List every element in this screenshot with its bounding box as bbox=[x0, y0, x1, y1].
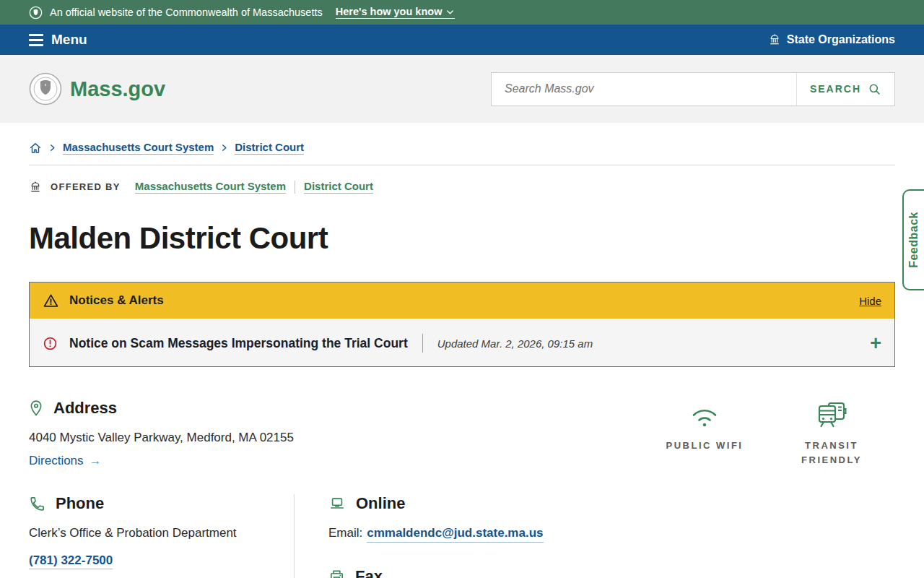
phone-section: Phone Clerk’s Office & Probation Departm… bbox=[29, 494, 295, 578]
location-pin-icon bbox=[29, 400, 43, 417]
search-icon bbox=[868, 82, 881, 96]
notice-separator bbox=[422, 334, 423, 353]
fax-heading: Fax bbox=[355, 567, 383, 578]
state-seal-icon bbox=[29, 6, 43, 20]
alerts-title: Notices & Alerts bbox=[69, 293, 164, 308]
breadcrumb: Massachusetts Court System District Cour… bbox=[29, 141, 895, 155]
main-nav: Menu State Organizations bbox=[0, 25, 924, 55]
arrow-right-icon: → bbox=[90, 454, 102, 468]
hide-link[interactable]: Hide bbox=[859, 295, 881, 307]
online-heading: Online bbox=[356, 494, 405, 513]
expand-plus-icon[interactable]: + bbox=[870, 334, 881, 353]
notice-title[interactable]: Notice on Scam Messages Impersonating th… bbox=[69, 336, 408, 351]
alert-notice-row[interactable]: Notice on Scam Messages Impersonating th… bbox=[30, 319, 894, 366]
address-section: Address 4040 Mystic Valley Parkway, Medf… bbox=[29, 399, 433, 468]
site-header: Mass.gov SEARCH bbox=[0, 55, 924, 123]
phone-number-link[interactable]: (781) 322-7500 bbox=[29, 553, 113, 569]
breadcrumb-district-court[interactable]: District Court bbox=[235, 141, 304, 155]
breadcrumb-divider bbox=[29, 165, 895, 165]
breadcrumb-home-link[interactable] bbox=[29, 142, 42, 155]
address-row: Address 4040 Mystic Valley Parkway, Medf… bbox=[29, 399, 895, 468]
heres-how-you-know-link[interactable]: Here's how you know bbox=[336, 6, 456, 19]
banner-text: An official website of the Commonwealth … bbox=[50, 7, 323, 18]
warning-triangle-icon bbox=[43, 293, 59, 309]
offered-by-court-system-link[interactable]: Massachusetts Court System bbox=[135, 180, 286, 194]
massgov-wordmark: Mass.gov bbox=[70, 77, 165, 101]
phone-department: Clerk’s Office & Probation Department bbox=[29, 526, 294, 540]
page-title: Malden District Court bbox=[29, 221, 895, 256]
menu-button[interactable]: Menu bbox=[29, 32, 87, 48]
wifi-icon bbox=[688, 403, 721, 428]
feature-transit-friendly: TRANSIT FRIENDLY bbox=[788, 403, 875, 468]
feature-label: PUBLIC WIFI bbox=[666, 439, 744, 453]
fax-section: Fax Clerk’s Office (781) 322-0169 bbox=[328, 567, 544, 578]
offered-by-district-court-link[interactable]: District Court bbox=[304, 180, 373, 194]
email-link[interactable]: cmmaldendc@jud.state.ma.us bbox=[367, 526, 543, 543]
directions-link[interactable]: Directions → bbox=[29, 454, 102, 468]
online-fax-column: Online Email: cmmaldendc@jud.state.ma.us bbox=[295, 494, 544, 578]
offered-by: OFFERED BY Massachusetts Court System Di… bbox=[29, 180, 895, 194]
home-icon bbox=[29, 142, 42, 155]
phone-icon bbox=[29, 496, 45, 512]
transit-icon bbox=[816, 403, 847, 428]
massgov-seal-icon bbox=[29, 72, 62, 105]
alerts-header: Notices & Alerts Hide bbox=[30, 282, 894, 319]
official-banner: An official website of the Commonwealth … bbox=[0, 0, 924, 25]
online-section: Online Email: cmmaldendc@jud.state.ma.us bbox=[328, 494, 544, 543]
search-form: SEARCH bbox=[491, 72, 895, 106]
fax-printer-icon bbox=[328, 569, 345, 578]
search-input[interactable] bbox=[492, 73, 796, 105]
chevron-right-icon bbox=[220, 144, 228, 152]
massgov-logo[interactable]: Mass.gov bbox=[29, 72, 165, 105]
email-label: Email: bbox=[328, 526, 362, 540]
capitol-icon bbox=[768, 33, 781, 46]
offered-by-label: OFFERED BY bbox=[51, 181, 121, 192]
chevron-right-icon bbox=[48, 144, 56, 152]
feedback-tab[interactable]: Feedback bbox=[902, 189, 924, 290]
address-heading: Address bbox=[53, 399, 117, 418]
contact-section: Phone Clerk’s Office & Probation Departm… bbox=[29, 494, 895, 578]
capitol-icon bbox=[29, 181, 42, 194]
offered-by-separator bbox=[295, 181, 295, 194]
chevron-down-icon bbox=[445, 7, 455, 17]
state-organizations-link[interactable]: State Organizations bbox=[768, 33, 895, 46]
search-button[interactable]: SEARCH bbox=[796, 73, 894, 105]
hamburger-icon bbox=[29, 34, 43, 46]
phone-heading: Phone bbox=[56, 494, 104, 513]
laptop-icon bbox=[328, 496, 346, 512]
feature-label: TRANSIT FRIENDLY bbox=[788, 439, 875, 467]
alert-circle-icon bbox=[43, 336, 58, 351]
address-line: 4040 Mystic Valley Parkway, Medford, MA … bbox=[29, 431, 433, 445]
breadcrumb-court-system[interactable]: Massachusetts Court System bbox=[63, 141, 214, 155]
notices-alerts: Notices & Alerts Hide Notice on Scam Mes… bbox=[29, 282, 895, 367]
feature-public-wifi: PUBLIC WIFI bbox=[661, 403, 748, 468]
facility-features: PUBLIC WIFI TRANSIT FRIENDLY bbox=[661, 399, 895, 468]
notice-updated: Updated Mar. 2, 2026, 09:15 am bbox=[437, 337, 593, 350]
